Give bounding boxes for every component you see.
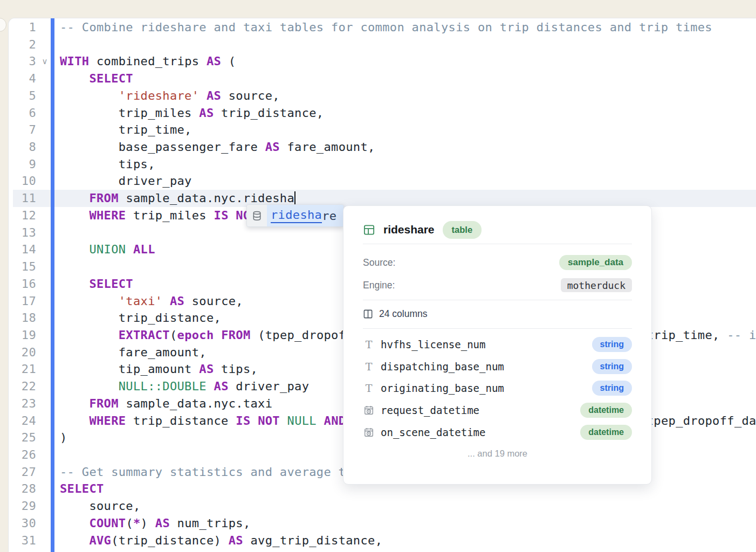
line-number-2[interactable]: 2	[12, 36, 36, 53]
column-row-on_scene_datetime: on_scene_datetimedatetime	[363, 421, 632, 443]
column-row-originating_base_num: Toriginating_base_numstring	[363, 377, 632, 399]
token-id: trip_miles	[60, 106, 199, 120]
token-id	[60, 328, 119, 342]
line-number-15[interactable]: 15	[12, 258, 36, 275]
sidebar-collapse-handle[interactable]	[0, 18, 6, 32]
code-line-14[interactable]: UNION ALL	[60, 241, 155, 258]
code-line-6[interactable]: trip_miles AS trip_distance,	[60, 105, 324, 122]
line-number-21[interactable]: 21	[12, 361, 36, 378]
fold-toggle-icon[interactable]: ∨	[40, 53, 49, 70]
line-number-24[interactable]: 24	[12, 412, 36, 430]
code-line-1[interactable]: -- Combine rideshare and taxi tables for…	[60, 19, 712, 36]
token-kw: AS	[199, 362, 214, 376]
token-kw: AS	[207, 54, 221, 68]
code-line-23[interactable]: FROM sample_data.nyc.taxi	[60, 395, 272, 412]
code-line-29[interactable]: source,	[60, 498, 141, 515]
code-line-5[interactable]: 'rideshare' AS source,	[60, 87, 280, 105]
line-number-10[interactable]: 10	[12, 172, 36, 190]
text-cursor	[294, 191, 295, 205]
token-kw: AS	[170, 294, 184, 308]
line-number-8[interactable]: 8	[12, 139, 36, 156]
code-line-8[interactable]: base_passenger_fare AS fare_amount,	[60, 139, 375, 156]
token-kw: NOT	[258, 414, 280, 427]
token-id: (	[221, 54, 236, 68]
line-number-3[interactable]: 3	[12, 53, 36, 70]
sql-editor[interactable]: 1234567891011121314151617181920212223242…	[8, 18, 756, 552]
token-id	[60, 72, 89, 85]
token-id: tips,	[60, 157, 155, 171]
token-id	[199, 89, 207, 102]
token-kw: WHERE	[89, 414, 126, 427]
line-number-7[interactable]: 7	[12, 121, 36, 139]
code-line-10[interactable]: driver_pay	[60, 172, 192, 190]
code-line-9[interactable]: tips,	[60, 156, 155, 173]
line-number-28[interactable]: 28	[12, 480, 36, 498]
code-line-21[interactable]: tip_amount AS tips,	[60, 361, 258, 378]
token-kw: AS	[207, 89, 221, 102]
line-number-5[interactable]: 5	[12, 87, 36, 105]
column-row-request_datetime: request_datetimedatetime	[363, 399, 632, 422]
line-number-22[interactable]: 22	[12, 378, 36, 395]
token-id: (	[126, 516, 133, 530]
code-line-16[interactable]: SELECT	[60, 275, 133, 293]
line-number-30[interactable]: 30	[12, 515, 36, 532]
line-number-12[interactable]: 12	[12, 207, 36, 224]
line-number-23[interactable]: 23	[12, 395, 36, 412]
column-row-dispatching_base_num: Tdispatching_base_numstring	[363, 356, 632, 378]
columns-icon	[363, 309, 373, 319]
line-number-9[interactable]: 9	[12, 156, 36, 173]
line-number-14[interactable]: 14	[12, 241, 36, 258]
token-id	[60, 414, 89, 427]
token-id	[207, 380, 214, 393]
line-number-26[interactable]: 26	[12, 446, 36, 464]
code-line-30[interactable]: COUNT(*) AS num_trips,	[60, 515, 251, 532]
code-line-4[interactable]: SELECT	[60, 70, 133, 87]
line-number-1[interactable]: 1	[12, 19, 36, 36]
source-value-badge: sample_data	[559, 255, 632, 270]
divider	[363, 244, 632, 244]
token-kw: ALL	[133, 243, 155, 256]
line-number-27[interactable]: 27	[12, 464, 36, 481]
line-number-29[interactable]: 29	[12, 498, 36, 515]
line-number-6[interactable]: 6	[12, 105, 36, 122]
line-number-17[interactable]: 17	[12, 293, 36, 310]
line-number-16[interactable]: 16	[12, 275, 36, 293]
code-line-17[interactable]: 'taxi' AS source,	[60, 293, 243, 310]
token-id: avg_trip_distance,	[243, 534, 382, 547]
code-line-28[interactable]: SELECT	[60, 480, 104, 498]
token-id	[60, 516, 89, 530]
code-line-3[interactable]: WITH combined_trips AS (	[60, 53, 236, 70]
line-number-13[interactable]: 13	[12, 224, 36, 242]
token-kw: EXTRACT	[119, 328, 170, 342]
token-id: tips,	[214, 362, 258, 376]
code-line-32[interactable]: AVG(trip_time) AS avg_trip_time,	[60, 549, 324, 552]
engine-row: Engine: motherduck	[363, 276, 632, 294]
token-id	[60, 89, 119, 102]
line-number-18[interactable]: 18	[12, 309, 36, 327]
code-line-25[interactable]: )	[60, 429, 67, 446]
line-number-4[interactable]: 4	[12, 70, 36, 87]
line-number-25[interactable]: 25	[12, 429, 36, 446]
code-line-18[interactable]: trip_distance,	[60, 309, 221, 327]
divider	[363, 300, 632, 300]
column-name: on_scene_datetime	[381, 426, 485, 438]
token-kw: AVG	[89, 534, 111, 547]
line-number-20[interactable]: 20	[12, 344, 36, 361]
column-type-badge: string	[592, 337, 632, 352]
code-line-31[interactable]: AVG(trip_distance) AS avg_trip_distance,	[60, 532, 382, 549]
suggestion-item-rideshare[interactable]: rideshare	[267, 205, 343, 226]
code-line-7[interactable]: trip_time,	[60, 121, 192, 139]
line-number-11[interactable]: 11	[12, 190, 36, 207]
token-id	[214, 328, 222, 342]
token-kw: *	[133, 516, 141, 530]
text-type-icon: T	[363, 339, 375, 350]
line-number-31[interactable]: 31	[12, 532, 36, 549]
code-line-20[interactable]: fare_amount,	[60, 344, 207, 361]
line-number-32[interactable]: 32	[12, 549, 36, 552]
code-line-22[interactable]: NULL::DOUBLE AS driver_pay	[60, 378, 309, 395]
token-kw: SELECT	[89, 72, 133, 85]
token-id	[162, 294, 170, 308]
line-number-19[interactable]: 19	[12, 327, 36, 344]
token-id: driver_pay	[229, 380, 310, 393]
token-kw: AS	[199, 106, 214, 120]
